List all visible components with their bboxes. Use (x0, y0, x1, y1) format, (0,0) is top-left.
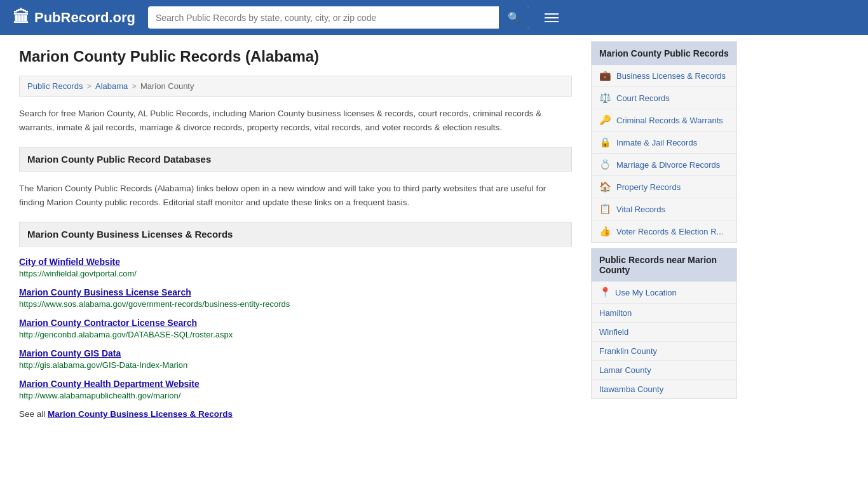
sidebar-item-property-label: Property Records (616, 182, 681, 192)
record-title-4[interactable]: Marion County Health Department Website (19, 379, 572, 389)
page-description: Search for free Marion County, AL Public… (19, 107, 572, 134)
databases-section-text: The Marion County Public Records (Alabam… (19, 182, 572, 209)
sidebar-nearby-box: Public Records near Marion County 📍 Use … (591, 248, 737, 399)
breadcrumb-sep-2: > (132, 81, 137, 91)
record-item-4: Marion County Health Department Website … (19, 379, 572, 400)
sidebar-item-marriage[interactable]: 💍 Marriage & Divorce Records (592, 154, 736, 176)
sidebar-item-criminal-label: Criminal Records & Warrants (616, 116, 723, 125)
sidebar-item-vital[interactable]: 📋 Vital Records (592, 198, 736, 220)
record-item-0: City of Winfield Website https://winfiel… (19, 257, 572, 278)
sidebar-item-business[interactable]: 💼 Business Licenses & Records (592, 65, 736, 87)
logo-text: PubRecord.org (34, 10, 135, 26)
ring-icon: 💍 (599, 159, 611, 170)
record-title-2[interactable]: Marion County Contractor License Search (19, 318, 572, 328)
search-button[interactable]: 🔍 (499, 6, 529, 29)
sidebar-nearby-winfield[interactable]: Winfield (592, 323, 736, 342)
sidebar-nearby-franklin[interactable]: Franklin County (592, 342, 736, 361)
thumbsup-icon: 👍 (599, 226, 611, 237)
sidebar-item-business-label: Business Licenses & Records (616, 71, 726, 81)
see-all-link[interactable]: Marion County Business Licenses & Record… (48, 409, 233, 419)
main-content: Marion County Public Records (Alabama) P… (0, 35, 585, 444)
see-all-text: See all Marion County Business Licenses … (19, 409, 572, 419)
breadcrumb-alabama[interactable]: Alabama (95, 81, 128, 91)
breadcrumb: Public Records > Alabama > Marion County (19, 76, 572, 97)
record-item-1: Marion County Business License Search ht… (19, 287, 572, 309)
menu-line-2 (545, 17, 559, 18)
menu-line-1 (545, 13, 559, 15)
site-header: 🏛 PubRecord.org 🔍 (0, 0, 868, 35)
sidebar-nearby-itawamba[interactable]: Itawamba County (592, 380, 736, 398)
key-icon: 🔑 (599, 114, 611, 126)
menu-button[interactable] (542, 11, 561, 25)
location-icon: 📍 (599, 287, 611, 298)
record-url-0: https://winfieldal.govtportal.com/ (19, 269, 572, 278)
record-url-3: http://gis.alabama.gov/GIS-Data-Index-Ma… (19, 360, 572, 370)
record-url-4: http://www.alabamapublichealth.gov/mario… (19, 391, 572, 400)
briefcase-icon: 💼 (599, 70, 611, 81)
sidebar-item-property[interactable]: 🏠 Property Records (592, 176, 736, 198)
business-section-header: Marion County Business Licenses & Record… (19, 222, 572, 247)
sidebar-county-header: Marion County Public Records (592, 42, 736, 65)
record-title-3[interactable]: Marion County GIS Data (19, 348, 572, 358)
record-item-3: Marion County GIS Data http://gis.alabam… (19, 348, 572, 370)
search-bar: 🔍 (148, 6, 529, 29)
record-title-1[interactable]: Marion County Business License Search (19, 287, 572, 297)
use-location-label: Use My Location (615, 288, 677, 297)
sidebar-nearby-header: Public Records near Marion County (592, 248, 736, 281)
record-url-1: https://www.sos.alabama.gov/government-r… (19, 299, 572, 309)
clipboard-icon: 📋 (599, 203, 611, 215)
home-icon: 🏠 (599, 181, 611, 193)
sidebar-item-inmate[interactable]: 🔒 Inmate & Jail Records (592, 132, 736, 154)
record-url-2: http://genconbd.alabama.gov/DATABASE-SQL… (19, 330, 572, 339)
sidebar-item-criminal[interactable]: 🔑 Criminal Records & Warrants (592, 109, 736, 132)
site-logo[interactable]: 🏛 PubRecord.org (13, 8, 135, 27)
use-location-item[interactable]: 📍 Use My Location (592, 281, 736, 304)
sidebar-nearby-hamilton[interactable]: Hamilton (592, 304, 736, 323)
search-input[interactable] (148, 8, 499, 28)
logo-icon: 🏛 (13, 8, 29, 27)
sidebar-item-voter-label: Voter Records & Election R... (616, 227, 723, 236)
records-list: City of Winfield Website https://winfiel… (19, 257, 572, 419)
sidebar: Marion County Public Records 💼 Business … (585, 35, 737, 444)
sidebar-item-marriage-label: Marriage & Divorce Records (616, 160, 720, 170)
record-item-2: Marion County Contractor License Search … (19, 318, 572, 339)
breadcrumb-current: Marion County (140, 81, 194, 91)
scales-icon: ⚖️ (599, 92, 611, 104)
sidebar-item-voter[interactable]: 👍 Voter Records & Election R... (592, 220, 736, 242)
sidebar-item-court-label: Court Records (616, 93, 670, 103)
sidebar-item-inmate-label: Inmate & Jail Records (616, 138, 697, 147)
menu-line-3 (545, 21, 559, 22)
sidebar-nearby-lamar[interactable]: Lamar County (592, 361, 736, 380)
breadcrumb-public-records[interactable]: Public Records (27, 81, 83, 91)
databases-section-header: Marion County Public Record Databases (19, 147, 572, 172)
record-title-0[interactable]: City of Winfield Website (19, 257, 572, 267)
lock-icon: 🔒 (599, 137, 611, 148)
breadcrumb-sep-1: > (86, 81, 92, 91)
sidebar-county-box: Marion County Public Records 💼 Business … (591, 41, 737, 243)
page-title: Marion County Public Records (Alabama) (19, 48, 572, 65)
sidebar-item-court[interactable]: ⚖️ Court Records (592, 87, 736, 109)
sidebar-item-vital-label: Vital Records (616, 205, 665, 214)
